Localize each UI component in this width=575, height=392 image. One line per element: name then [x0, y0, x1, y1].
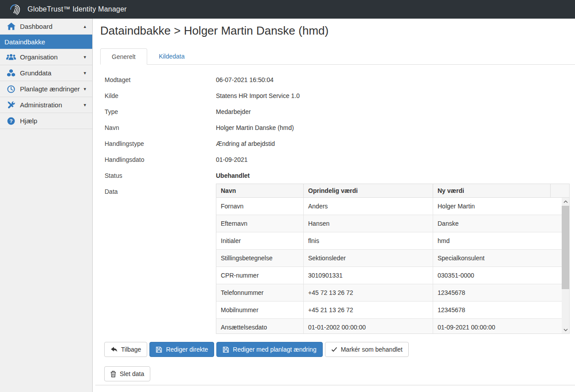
cell: 030351-0000 — [433, 267, 562, 284]
cell: Stillingsbetegnelse — [216, 250, 304, 267]
svg-text:?: ? — [9, 118, 12, 124]
sidebar-item-label: Planlagte ændringer — [20, 85, 81, 93]
scroll-down-icon[interactable] — [562, 326, 569, 333]
cell: Telefonnummer — [216, 284, 304, 301]
cell: Anders — [304, 198, 433, 215]
users-icon — [6, 53, 16, 62]
cell: Danske — [433, 215, 562, 232]
field-data: Data Navn Oprindelig værdi Ny værdi Forn… — [105, 184, 570, 334]
cell: Ansættelsesdato — [216, 319, 304, 333]
column-header: Navn — [216, 184, 304, 197]
cell: 01-09-2021 00:00:00 — [433, 319, 562, 333]
tab-bar: Generelt Kildedata — [100, 48, 575, 65]
caret-up-icon: ▲ — [83, 24, 87, 29]
sidebar-item-grunddata[interactable]: Grunddata ▼ — [0, 65, 92, 81]
field-handlingsdato: Handlingsdato 01-09-2021 — [105, 152, 570, 168]
save-icon — [223, 346, 229, 353]
sidebar: Dashboard ▲ Dataindbakke Organisation ▼ — [0, 19, 93, 392]
cell: 12345678 — [433, 302, 562, 318]
sidebar-item-label: Dashboard — [20, 23, 81, 30]
field-label: Status — [105, 172, 216, 179]
field-type: Type Medarbejder — [105, 104, 570, 120]
button-label: Markér som behandlet — [341, 346, 403, 353]
cell: Sektionsleder — [304, 250, 433, 267]
app-header: GlobeTrust™ Identity Manager — [0, 0, 575, 19]
page-title: Dataindbakke > Holger Martin Danske (hmd… — [100, 24, 329, 38]
cell: +45 21 13 26 72 — [304, 302, 433, 318]
edit-planned-button[interactable]: Rediger med planlagt ændring — [216, 342, 322, 357]
field-value: Ændring af arbejdstid — [216, 140, 275, 147]
cell: Fornavn — [216, 198, 304, 215]
field-modtaget: Modtaget 06-07-2021 16:50:04 — [105, 72, 570, 88]
button-label: Slet data — [120, 370, 144, 377]
table-body: Fornavn Anders Holger Martin Efternavn H… — [216, 198, 569, 333]
table-header-row: Navn Oprindelig værdi Ny værdi — [216, 184, 569, 198]
tools-icon — [6, 101, 16, 110]
sidebar-item-label: Organisation — [20, 53, 81, 61]
app-title: GlobeTrust™ Identity Manager — [27, 5, 127, 13]
cell: hmd — [433, 232, 562, 249]
field-label: Type — [105, 108, 216, 115]
sidebar-item-label: Hjælp — [20, 117, 87, 125]
field-label: Handlingstype — [105, 140, 216, 147]
column-header: Ny værdi — [433, 184, 551, 197]
delete-button[interactable]: Slet data — [104, 366, 150, 381]
table-row: Efternavn Hansen Danske — [216, 215, 562, 232]
sidebar-item-organisation[interactable]: Organisation ▼ — [0, 49, 92, 65]
action-button-row: Tilbage Rediger direkte — [104, 342, 409, 357]
table-row: Mobilnummer +45 21 13 26 72 12345678 — [216, 302, 562, 319]
scroll-up-icon[interactable] — [562, 198, 569, 205]
table-row: Telefonnummer +45 72 13 26 72 12345678 — [216, 284, 562, 302]
cell: Initialer — [216, 232, 304, 249]
button-label: Rediger direkte — [166, 346, 208, 353]
caret-down-icon: ▼ — [83, 87, 87, 91]
sidebar-item-label: Dataindbakke — [4, 38, 87, 46]
data-table: Navn Oprindelig værdi Ny værdi Fornavn A… — [216, 184, 570, 334]
cell: Holger Martin — [433, 198, 562, 215]
help-icon: ? — [6, 117, 16, 125]
cell: Efternavn — [216, 215, 304, 232]
main-content: Dataindbakke > Holger Martin Danske (hmd… — [93, 19, 575, 392]
trash-icon — [110, 371, 116, 377]
sidebar-item-hjaelp[interactable]: ? Hjælp — [0, 113, 92, 129]
check-icon — [331, 347, 337, 352]
table-row: Ansættelsesdato 01-01-2002 00:00:00 01-0… — [216, 319, 562, 333]
cell: +45 72 13 26 72 — [304, 284, 433, 301]
field-label: Kilde — [105, 92, 216, 99]
scrollbar-thumb[interactable] — [562, 206, 569, 289]
table-row: Stillingsbetegnelse Sektionsleder Specia… — [216, 250, 562, 267]
panel-bottom-border — [95, 385, 575, 385]
sidebar-item-administration[interactable]: Administration ▼ — [0, 97, 92, 113]
cell: Mobilnummer — [216, 302, 304, 318]
sidebar-item-label: Grunddata — [20, 69, 81, 77]
table-row: CPR-nummer 3010901331 030351-0000 — [216, 267, 562, 284]
save-icon — [156, 346, 162, 353]
field-label: Modtaget — [105, 76, 216, 83]
cell: Hansen — [304, 215, 433, 232]
tab-generelt[interactable]: Generelt — [100, 48, 147, 65]
sidebar-item-dataindbakke[interactable]: Dataindbakke — [0, 35, 92, 49]
field-value: 01-09-2021 — [216, 156, 248, 163]
sidebar-item-dashboard[interactable]: Dashboard ▲ — [0, 19, 92, 35]
home-icon — [6, 22, 16, 31]
cell: flnis — [304, 232, 433, 249]
field-value: Statens HR Import Service 1.0 — [216, 92, 300, 99]
sidebar-item-label: Administration — [20, 101, 81, 109]
field-value: Holger Martin Danske (hmd) — [216, 124, 294, 131]
back-button[interactable]: Tilbage — [104, 342, 147, 357]
sidebar-item-planlagte-aendringer[interactable]: Planlagte ændringer ▼ — [0, 81, 92, 97]
column-header: Oprindelig værdi — [304, 184, 433, 197]
field-handlingstype: Handlingstype Ændring af arbejdstid — [105, 136, 570, 152]
field-value: Medarbejder — [216, 108, 251, 115]
table-row: Fornavn Anders Holger Martin — [216, 198, 562, 215]
status-value: Ubehandlet — [216, 172, 250, 179]
edit-direct-button[interactable]: Rediger direkte — [149, 342, 214, 357]
caret-down-icon: ▼ — [83, 71, 87, 75]
table-scrollbar[interactable] — [562, 198, 569, 333]
mark-processed-button[interactable]: Markér som behandlet — [325, 342, 409, 357]
tab-kildedata[interactable]: Kildedata — [149, 48, 194, 64]
button-label: Rediger med planlagt ændring — [233, 346, 316, 353]
cell: 12345678 — [433, 284, 562, 301]
field-label: Data — [105, 184, 216, 195]
delete-button-row: Slet data — [104, 366, 150, 381]
